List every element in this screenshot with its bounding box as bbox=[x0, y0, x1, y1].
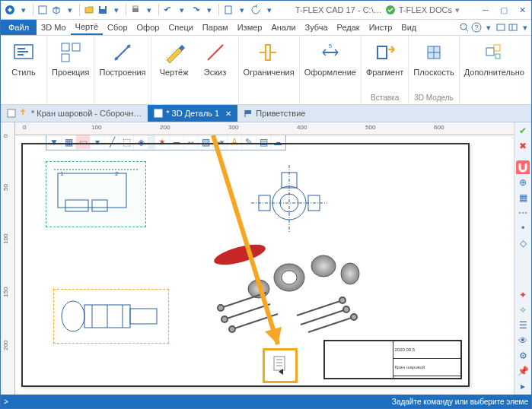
menu-params[interactable]: Парам bbox=[198, 21, 233, 34]
minimize-button[interactable]: ─ bbox=[476, 2, 495, 17]
print-icon[interactable] bbox=[129, 4, 142, 16]
constructions-button[interactable]: Построения bbox=[97, 37, 147, 78]
status-prompt: Задайте команду или выберите элеме bbox=[392, 398, 528, 406]
eye-icon[interactable]: 👁 bbox=[516, 334, 530, 347]
fragment-button[interactable]: Фрагмент bbox=[365, 37, 405, 78]
projection-button[interactable]: Проекция bbox=[50, 37, 91, 78]
projection-view[interactable] bbox=[244, 161, 335, 237]
menu-gear[interactable]: Зубча bbox=[301, 21, 333, 34]
dropdown-icon[interactable]: ▾ bbox=[110, 4, 123, 16]
menu-tools[interactable]: Инстр bbox=[365, 21, 397, 34]
svg-point-68 bbox=[218, 305, 224, 311]
window-controls: ─ ▢ ✕ bbox=[476, 2, 531, 17]
endpoint-icon[interactable]: • bbox=[516, 221, 530, 235]
svg-rect-57 bbox=[130, 309, 157, 324]
svg-point-78 bbox=[351, 314, 357, 320]
svg-text:?: ? bbox=[474, 24, 478, 31]
constraints-button[interactable]: Ограничения bbox=[242, 37, 296, 78]
tab-welcome[interactable]: Приветствие bbox=[237, 105, 311, 122]
statusbar: > Задайте команду или выберите элеме bbox=[1, 395, 531, 408]
menu-drawing[interactable]: Чертё bbox=[71, 20, 103, 35]
close-icon[interactable]: ✕ bbox=[225, 109, 231, 118]
dropdown-icon[interactable]: ▾ bbox=[18, 4, 30, 16]
svg-line-9 bbox=[466, 29, 468, 31]
dropdown-icon[interactable]: ▾ bbox=[143, 4, 155, 16]
midpoint-icon[interactable]: ⋯ bbox=[516, 206, 530, 220]
page-link-icon[interactable] bbox=[265, 350, 295, 381]
collapse-icon[interactable]: ▸ bbox=[516, 379, 530, 393]
menu-assembly[interactable]: Сбор bbox=[103, 21, 132, 34]
redo-icon[interactable] bbox=[190, 4, 202, 16]
status-chevron[interactable]: > bbox=[4, 398, 8, 406]
plane-button[interactable]: Плоскость bbox=[412, 37, 455, 78]
svg-rect-1 bbox=[39, 6, 46, 14]
tab-assembly[interactable]: * Кран шаровой - Сборочн… bbox=[1, 105, 148, 122]
menu-view[interactable]: Вид bbox=[397, 21, 421, 34]
cube-icon[interactable] bbox=[50, 4, 62, 16]
axes-icon[interactable]: ✦ bbox=[516, 288, 530, 302]
open-icon[interactable] bbox=[83, 4, 95, 16]
title-block[interactable]: 2020.00.5 Кран шаровой bbox=[323, 340, 462, 379]
snap-icon[interactable]: ⊕ bbox=[516, 176, 530, 189]
cancel-icon[interactable]: ✖ bbox=[516, 139, 530, 153]
save-icon[interactable] bbox=[97, 4, 109, 16]
menu-analysis[interactable]: Анали bbox=[266, 21, 300, 34]
svg-point-74 bbox=[339, 297, 346, 303]
refresh-icon[interactable] bbox=[250, 4, 262, 16]
magnet-icon[interactable] bbox=[516, 160, 530, 174]
dropdown-icon[interactable]: ▾ bbox=[64, 4, 76, 16]
svg-rect-12 bbox=[497, 24, 505, 30]
dropdown-icon[interactable]: ▾ bbox=[455, 5, 460, 15]
layers-icon[interactable]: ☰ bbox=[516, 319, 530, 332]
search-icon[interactable] bbox=[458, 21, 470, 33]
undo-icon[interactable] bbox=[162, 4, 174, 16]
svg-rect-19 bbox=[62, 43, 69, 51]
close-button[interactable]: ✕ bbox=[513, 2, 531, 17]
view-icon[interactable]: ✧ bbox=[516, 303, 530, 317]
settings-icon[interactable]: ⚙ bbox=[516, 349, 530, 363]
ribbon-group-drawing: Чертёж Эскиз bbox=[151, 36, 239, 104]
drawing-canvas[interactable]: ▼ ▦ ▭ ▾ ╱ ⬚ ◈ ✶ ─ ↔ ▨ ⇥ A ✎ ▤ ☁ bbox=[15, 135, 514, 395]
pin-icon[interactable]: 📌 bbox=[516, 364, 530, 378]
isometric-view[interactable] bbox=[198, 232, 373, 346]
menu-special[interactable]: Специ bbox=[164, 21, 197, 34]
panel-icon[interactable] bbox=[507, 21, 519, 33]
help-icon[interactable]: ? bbox=[470, 21, 483, 33]
svg-text:2: 2 bbox=[115, 170, 119, 177]
drawing-button[interactable]: Чертёж bbox=[155, 37, 194, 78]
svg-rect-16 bbox=[18, 48, 25, 49]
svg-point-24 bbox=[127, 45, 130, 48]
menu-format[interactable]: Офор bbox=[132, 21, 164, 34]
drawing-sheet: 12 bbox=[21, 143, 470, 387]
docs-icon bbox=[385, 5, 396, 15]
svg-point-23 bbox=[115, 57, 118, 60]
additional-button[interactable]: Дополнительно bbox=[463, 37, 526, 78]
svg-rect-36 bbox=[494, 45, 500, 51]
menu-measure[interactable]: Измер bbox=[233, 21, 267, 34]
dropdown-icon[interactable]: ▾ bbox=[263, 4, 276, 16]
menu-edit[interactable]: Редак bbox=[333, 21, 365, 34]
file-menu[interactable]: Файл bbox=[1, 20, 37, 35]
projection-view[interactable] bbox=[53, 289, 169, 344]
sketch-button[interactable]: Эскиз bbox=[196, 37, 235, 78]
dropdown-icon[interactable]: ▾ bbox=[483, 21, 495, 33]
svg-line-25 bbox=[208, 45, 223, 60]
style-button[interactable]: Стиль bbox=[4, 37, 43, 78]
projection-view[interactable]: 12 bbox=[46, 161, 146, 227]
window-icon[interactable] bbox=[495, 21, 507, 33]
tab-3d-detail[interactable]: * 3D Деталь 1 ✕ bbox=[148, 105, 237, 122]
page-icon[interactable] bbox=[222, 4, 234, 16]
formatting-button[interactable]: 5 Оформление bbox=[303, 37, 358, 78]
ribbon-group-constructions: Построения bbox=[94, 36, 151, 104]
new-icon[interactable] bbox=[37, 4, 49, 16]
maximize-button[interactable]: ▢ bbox=[495, 2, 513, 17]
grid-icon[interactable]: ▦ bbox=[516, 191, 530, 204]
dropdown-icon[interactable]: ▾ bbox=[176, 4, 188, 16]
dropdown-icon[interactable]: ▾ bbox=[236, 4, 248, 16]
dropdown-icon[interactable]: ▾ bbox=[519, 21, 531, 33]
dropdown-icon[interactable]: ▾ bbox=[203, 4, 215, 16]
menu-3dmodel[interactable]: 3D Мо bbox=[37, 21, 71, 34]
svg-point-70 bbox=[221, 316, 228, 322]
tool-icon[interactable]: ◇ bbox=[516, 236, 530, 250]
check-icon[interactable]: ✔ bbox=[516, 124, 530, 138]
